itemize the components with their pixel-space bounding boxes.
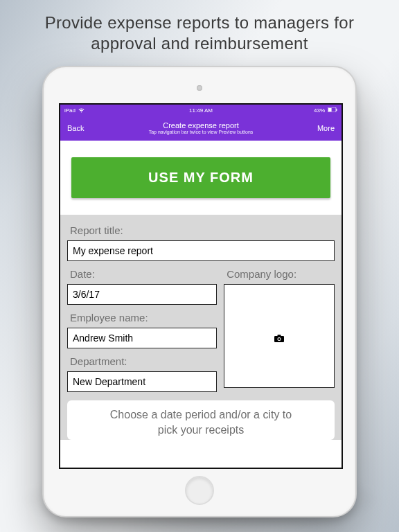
promo-line1: Provide expense reports to managers for — [45, 13, 355, 32]
nav-subtitle: Tap navigation bar twice to view Preview… — [95, 130, 307, 134]
date-value: 3/6/17 — [73, 289, 100, 300]
date-input[interactable]: 3/6/17 — [67, 284, 217, 305]
svg-rect-2 — [328, 108, 332, 112]
status-time: 11:49 AM — [60, 107, 342, 114]
camera-icon — [274, 332, 284, 340]
prompt-line1: Choose a date period and/or a city to — [76, 407, 326, 423]
svg-rect-1 — [336, 109, 337, 111]
department-input[interactable]: New Department — [67, 371, 217, 392]
department-label: Department: — [67, 353, 217, 371]
report-title-value: My expense report — [73, 245, 153, 256]
promo-headline: Provide expense reports to managers for … — [0, 0, 399, 64]
employee-input[interactable]: Andrew Smith — [67, 328, 217, 348]
status-bar: iPad 11:49 AM 43% — [60, 105, 342, 116]
carrier-label: iPad — [64, 107, 76, 114]
company-logo-label: Company logo: — [224, 265, 335, 284]
svg-point-6 — [278, 338, 281, 340]
battery-text: 43% — [314, 107, 325, 114]
more-button[interactable]: More — [307, 124, 335, 132]
home-button[interactable] — [185, 476, 214, 505]
banner-area: USE MY FORM — [60, 141, 342, 215]
date-label: Date: — [67, 265, 217, 284]
battery-icon — [328, 107, 337, 114]
report-title-input[interactable]: My expense report — [67, 240, 335, 261]
nav-title-area[interactable]: Create expense report Tap navigation bar… — [95, 122, 307, 135]
device-camera — [197, 85, 202, 91]
promo-line2: approval and reimbursement — [91, 34, 308, 53]
screen: iPad 11:49 AM 43% Back Create expense re… — [59, 103, 343, 469]
ipad-frame: iPad 11:49 AM 43% Back Create expense re… — [42, 66, 357, 517]
report-title-label: Report title: — [67, 222, 335, 240]
company-logo-picker[interactable] — [224, 284, 335, 388]
device-mockup: iPad 11:49 AM 43% Back Create expense re… — [42, 66, 357, 517]
svg-rect-4 — [278, 335, 281, 337]
employee-label: Employee name: — [67, 309, 217, 328]
prompt-line2: pick your receipts — [76, 423, 326, 438]
nav-bar: Back Create expense report Tap navigatio… — [60, 116, 342, 141]
department-value: New Department — [73, 376, 145, 387]
form-area: Report title: My expense report Date: 3/… — [60, 215, 342, 440]
date-city-prompt[interactable]: Choose a date period and/or a city to pi… — [67, 400, 335, 440]
use-my-form-button[interactable]: USE MY FORM — [71, 157, 330, 198]
back-button[interactable]: Back — [67, 124, 95, 132]
nav-title: Create expense report — [95, 122, 307, 130]
employee-value: Andrew Smith — [73, 332, 133, 344]
wifi-icon — [78, 107, 85, 114]
